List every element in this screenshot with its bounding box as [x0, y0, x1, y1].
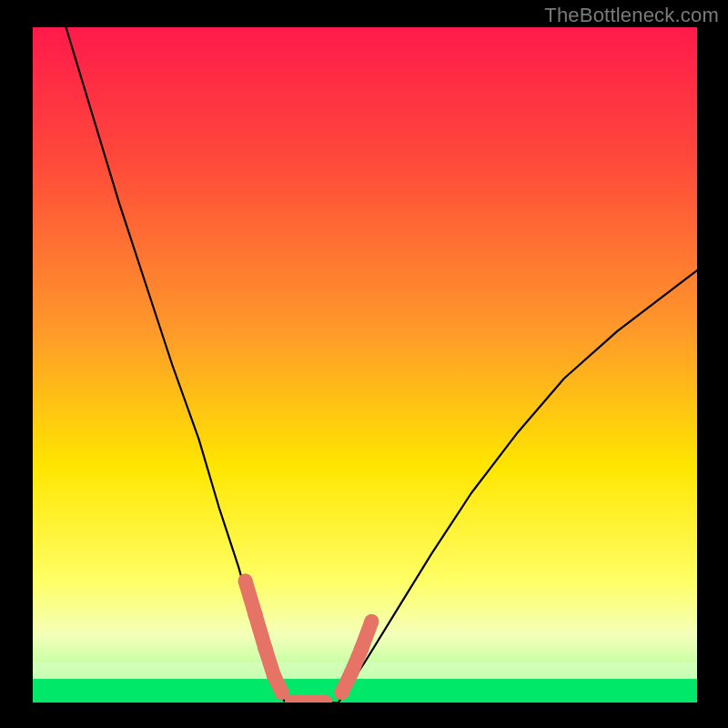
bottleneck-chart — [0, 0, 728, 728]
marker-left-point — [238, 573, 253, 588]
watermark-text: TheBottleneck.com — [544, 4, 719, 27]
green-transition — [33, 662, 697, 679]
marker-left-point — [248, 608, 263, 622]
marker-right-point — [334, 685, 349, 700]
marker-left-point — [258, 642, 273, 656]
marker-right-point — [364, 614, 379, 629]
marker-right-point — [354, 642, 369, 656]
marker-right-point — [344, 665, 359, 680]
marker-floor-point — [301, 695, 316, 710]
green-band — [33, 679, 697, 703]
marker-left-point — [267, 668, 281, 682]
marker-floor-point — [285, 695, 299, 710]
marker-floor-point — [318, 695, 332, 710]
gradient-background — [33, 27, 697, 703]
chart-frame: TheBottleneck.com — [0, 0, 728, 728]
